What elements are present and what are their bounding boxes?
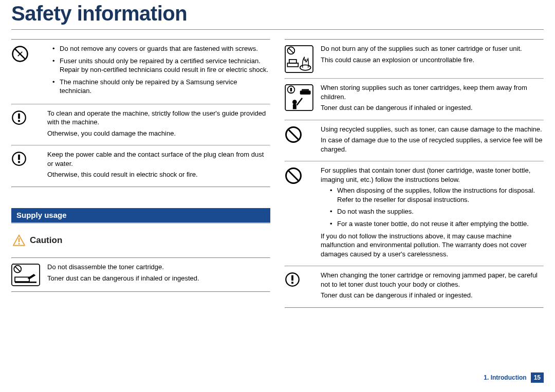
bullet-item: The machine should only be repaired by a… bbox=[54, 78, 270, 96]
para: Otherwise, this could result in electric… bbox=[47, 170, 270, 179]
safety-row: Do not remove any covers or guards that … bbox=[11, 40, 270, 104]
svg-rect-34 bbox=[291, 282, 293, 284]
no-burn-icon bbox=[285, 44, 321, 73]
caution-heading: Caution bbox=[12, 234, 270, 247]
safety-row: Keep the power cable and the contact sur… bbox=[11, 146, 270, 186]
para: Do not burn any of the supplies such as … bbox=[321, 44, 544, 53]
left-column: Do not remove any covers or guards that … bbox=[11, 39, 270, 308]
safety-text: Keep the power cable and the contact sur… bbox=[47, 150, 270, 181]
exclaim-circle-icon bbox=[11, 150, 47, 166]
exclaim-circle-icon bbox=[285, 271, 321, 287]
para: Keep the power cable and the contact sur… bbox=[47, 150, 270, 168]
safety-row: For supplies that contain toner dust (to… bbox=[285, 162, 544, 266]
bullet-item: Do not wash the supplies. bbox=[332, 207, 544, 216]
caution-triangle-icon bbox=[12, 234, 26, 247]
safety-row: Using recycled supplies, such as toner, … bbox=[285, 121, 544, 161]
svg-rect-33 bbox=[291, 275, 293, 281]
caution-label: Caution bbox=[30, 235, 62, 246]
para: For supplies that contain toner dust (to… bbox=[321, 166, 544, 184]
para: This could cause an explosion or uncontr… bbox=[321, 55, 544, 65]
no-tools-icon bbox=[11, 44, 47, 63]
svg-rect-9 bbox=[18, 243, 20, 245]
para: If you do not follow the instructions ab… bbox=[321, 232, 544, 259]
bullet-item: Fuser units should only be repaired by a… bbox=[54, 57, 270, 74]
safety-text: Do not remove any covers or guards that … bbox=[47, 44, 270, 99]
svg-rect-26 bbox=[300, 90, 311, 95]
safety-text: When storing supplies such as toner cart… bbox=[321, 83, 544, 115]
svg-point-25 bbox=[292, 100, 297, 104]
prohibit-icon bbox=[285, 125, 321, 143]
para: Toner dust can be dangerous if inhaled o… bbox=[321, 291, 544, 300]
safety-text: To clean and operate the machine, strict… bbox=[47, 109, 270, 140]
section-band-supply-usage: Supply usage bbox=[11, 208, 270, 223]
bullet-item: For a waste toner bottle, do not reuse i… bbox=[332, 219, 544, 229]
no-disassemble-icon bbox=[11, 263, 47, 286]
safety-row: When storing supplies such as toner cart… bbox=[285, 79, 544, 120]
para: Do not disassemble the toner cartridge. bbox=[47, 263, 270, 272]
svg-line-29 bbox=[288, 129, 299, 139]
safety-text: Do not burn any of the supplies such as … bbox=[321, 44, 544, 66]
svg-rect-27 bbox=[302, 89, 309, 91]
footer-page-number: 15 bbox=[531, 372, 544, 383]
svg-rect-23 bbox=[290, 88, 292, 91]
safety-row: To clean and operate the machine, strict… bbox=[11, 105, 270, 145]
para: Otherwise, you could damage the machine. bbox=[47, 129, 270, 138]
svg-point-20 bbox=[300, 65, 311, 70]
svg-rect-7 bbox=[18, 161, 20, 163]
safety-text: Using recycled supplies, such as toner, … bbox=[321, 125, 544, 156]
para: Toner dust can be dangerous if inhaled o… bbox=[47, 274, 270, 283]
page-title: Safety information bbox=[11, 0, 544, 30]
svg-rect-4 bbox=[18, 120, 20, 122]
page-footer: 1. Introduction 15 bbox=[484, 372, 544, 383]
svg-rect-18 bbox=[287, 63, 298, 67]
svg-line-31 bbox=[288, 171, 299, 181]
para: Using recycled supplies, such as toner, … bbox=[321, 125, 544, 134]
para: Toner dust can be dangerous if inhaled o… bbox=[321, 103, 544, 113]
safety-row: When changing the toner cartridge or rem… bbox=[285, 267, 544, 307]
para: To clean and operate the machine, strict… bbox=[47, 109, 270, 127]
bullet-item: Do not remove any covers or guards that … bbox=[54, 44, 270, 53]
svg-point-24 bbox=[291, 92, 292, 94]
svg-rect-13 bbox=[15, 277, 29, 282]
safety-text: When changing the toner cartridge or rem… bbox=[321, 271, 544, 302]
safety-text: For supplies that contain toner dust (to… bbox=[321, 166, 544, 260]
right-column: Do not burn any of the supplies such as … bbox=[285, 39, 544, 308]
para: When changing the toner cartridge or rem… bbox=[321, 271, 544, 289]
keep-away-children-icon bbox=[285, 83, 321, 111]
prohibit-icon bbox=[285, 166, 321, 184]
para: In case of damage due to the use of recy… bbox=[321, 136, 544, 154]
svg-rect-19 bbox=[289, 60, 297, 63]
safety-text: Do not disassemble the toner cartridge. … bbox=[47, 263, 270, 285]
svg-rect-21 bbox=[285, 85, 313, 110]
svg-rect-14 bbox=[15, 282, 36, 283]
bullet-item: When disposing of the supplies, follow t… bbox=[332, 186, 544, 204]
svg-rect-8 bbox=[18, 238, 20, 242]
svg-rect-3 bbox=[18, 113, 20, 119]
content-columns: Do not remove any covers or guards that … bbox=[11, 39, 544, 308]
svg-line-12 bbox=[15, 267, 20, 272]
safety-row: Do not burn any of the supplies such as … bbox=[285, 40, 544, 78]
footer-chapter: 1. Introduction bbox=[484, 374, 526, 381]
exclaim-circle-icon bbox=[11, 109, 47, 125]
svg-line-17 bbox=[289, 48, 294, 53]
svg-rect-6 bbox=[18, 155, 20, 160]
safety-row: Do not disassemble the toner cartridge. … bbox=[11, 258, 270, 291]
para: When storing supplies such as toner cart… bbox=[321, 83, 544, 101]
